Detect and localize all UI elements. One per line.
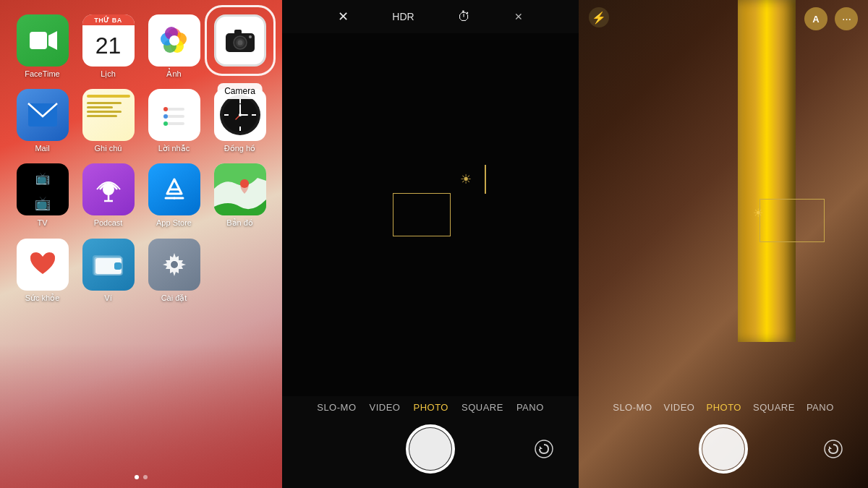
svg-point-34 [239, 114, 242, 116]
shutter-button-3[interactable] [699, 424, 748, 474]
lich-icon: THỨ BA 21 [82, 14, 135, 67]
app-item-suckhoe[interactable]: Sức khỏe [13, 239, 72, 303]
camera-icon-home [214, 14, 266, 67]
mode-video[interactable]: VIDEO [370, 402, 401, 413]
mode3-pano[interactable]: PANO [807, 402, 834, 413]
camera3-icon-2: A [804, 7, 827, 30]
cal-day-name: THỨ BA [82, 14, 135, 25]
camera-light-screen: ⚡ A ⋯ ☀ SLO-MO VIDEO PHOTO SQUARE PANO [579, 0, 868, 488]
vi-label: Ví [104, 294, 111, 303]
notes-line-1 [87, 95, 130, 98]
camera-light-modes: SLO-MO VIDEO PHOTO SQUARE PANO [579, 396, 868, 417]
app-grid: FaceTime THỨ BA 21 Lịch [13, 14, 269, 303]
mode-slomo[interactable]: SLO-MO [317, 402, 356, 413]
hdr-label[interactable]: HDR [392, 11, 414, 22]
exposure-icon[interactable]: ☀ [460, 171, 472, 187]
svg-point-24 [163, 121, 168, 126]
mode-photo[interactable]: PHOTO [413, 402, 448, 413]
svg-rect-14 [234, 30, 242, 35]
loinhac-label: Lời nhắc [158, 144, 190, 153]
notes-line-2 [87, 102, 122, 104]
camera-light-viewfinder: ☀ [579, 38, 868, 396]
app-item-camera[interactable]: Camera [210, 14, 269, 79]
bando-label: Bản đồ [226, 218, 253, 228]
svg-marker-55 [540, 446, 542, 449]
appstore-label: App Store [156, 218, 192, 228]
appstore-icon [148, 163, 200, 215]
flip-camera-button-3[interactable] [820, 436, 846, 462]
mode3-square[interactable]: SQUARE [753, 402, 795, 413]
svg-point-15 [249, 35, 252, 38]
svg-marker-2 [48, 31, 57, 50]
exposure-icon-2[interactable]: ☀ [753, 206, 763, 220]
lich-label: Lịch [101, 69, 116, 79]
tv-label: TV [37, 218, 47, 228]
app-item-loinhac[interactable]: Lời nhắc [145, 89, 203, 153]
camera-dark-bottom [282, 417, 579, 488]
mode-square[interactable]: SQUARE [461, 402, 503, 413]
donghо-label: Đồng hồ [224, 144, 255, 153]
svg-point-9 [169, 35, 179, 46]
flash-icon[interactable]: ✕ [338, 9, 349, 25]
suckhoe-icon [17, 239, 69, 291]
focus-box-2 [760, 199, 825, 242]
bando-icon [214, 163, 266, 215]
app-item-caidat[interactable]: Cài đặt [145, 239, 203, 303]
vi-icon [82, 239, 135, 291]
app-item-facetime[interactable]: FaceTime [13, 14, 72, 79]
focus-box [393, 193, 451, 236]
cal-day-num: 21 [82, 25, 135, 67]
svg-rect-51 [114, 262, 122, 270]
timer-icon[interactable]: ⏱ [458, 9, 471, 25]
shutter-inner-3 [702, 428, 744, 470]
mode3-slomo[interactable]: SLO-MO [613, 402, 652, 413]
suckhoe-label: Sức khỏe [25, 294, 60, 303]
svg-point-13 [237, 40, 242, 46]
shutter-inner [409, 428, 451, 470]
svg-marker-57 [829, 446, 832, 449]
ghichu-icon [82, 89, 135, 141]
camera-dark-modes: SLO-MO VIDEO PHOTO SQUARE PANO [282, 396, 579, 417]
notes-line-5 [87, 115, 117, 117]
notes-line-3 [87, 106, 113, 108]
app-item-vi[interactable]: Ví [79, 239, 137, 303]
podcast-icon [82, 163, 135, 215]
page-dots [135, 475, 148, 479]
mode3-video[interactable]: VIDEO [664, 402, 695, 413]
dot-2 [143, 475, 148, 479]
app-item-mail[interactable]: Mail [13, 89, 72, 153]
facetime-label: FaceTime [25, 69, 60, 79]
facetime-icon [17, 14, 69, 67]
camera-dark-screen: ✕ HDR ⏱ ✕ ☀ SLO-MO VIDEO PHOTO SQUARE PA… [282, 0, 579, 488]
caidat-label: Cài đặt [161, 294, 187, 303]
notes-lines [87, 102, 130, 117]
tv-icon: 📺 📺 [17, 163, 69, 215]
svg-point-20 [163, 107, 168, 111]
camera3-icon-1: ⚡ [589, 7, 609, 27]
app-item-tv[interactable]: 📺 📺 TV [13, 163, 72, 228]
app-item-appstore[interactable]: App Store [145, 163, 203, 228]
caidat-icon [148, 239, 200, 291]
anh-label: Ảnh [166, 69, 181, 79]
camera-dark-viewfinder: ☀ [282, 33, 579, 396]
more-options-icon[interactable]: ✕ [514, 11, 523, 22]
svg-rect-1 [30, 32, 47, 49]
camera-tooltip: Camera [217, 83, 263, 99]
shutter-button[interactable] [406, 424, 455, 474]
svg-point-54 [535, 440, 553, 458]
svg-point-56 [825, 440, 842, 458]
mode-pano[interactable]: PANO [516, 402, 544, 413]
app-item-ghichu[interactable]: Ghi chú [79, 89, 137, 153]
app-item-anh[interactable]: Ảnh [145, 14, 203, 79]
mode3-photo[interactable]: PHOTO [706, 402, 741, 413]
notes-line-4 [87, 111, 122, 113]
app-item-podcast[interactable]: Podcast [79, 163, 137, 228]
app-item-bando[interactable]: Bản đồ [210, 163, 269, 228]
anh-icon [148, 14, 200, 67]
app-item-lich[interactable]: THỨ BA 21 Lịch [79, 14, 137, 79]
home-screen: FaceTime THỨ BA 21 Lịch [0, 0, 282, 488]
svg-point-53 [171, 261, 178, 268]
ghichu-label: Ghi chú [95, 144, 122, 153]
dot-1 [135, 475, 139, 479]
flip-camera-button[interactable] [531, 436, 557, 462]
